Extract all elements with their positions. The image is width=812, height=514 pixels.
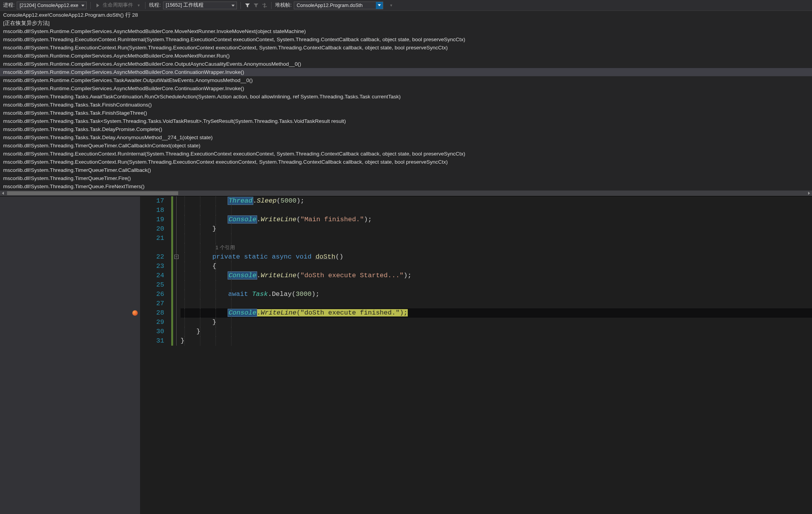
indent-guide	[184, 299, 185, 308]
indent-guide	[231, 280, 231, 290]
indent-guide	[200, 215, 200, 224]
callstack-row[interactable]: mscorlib.dll!System.Threading.ExecutionC…	[0, 44, 812, 52]
code-line[interactable]	[181, 234, 812, 243]
callstack-row[interactable]: mscorlib.dll!System.Threading.TimerQueue…	[0, 174, 812, 182]
code-line[interactable]: {	[181, 262, 812, 271]
caret-down-icon[interactable]: ▼	[388, 2, 394, 9]
callstack-row[interactable]: mscorlib.dll!System.Runtime.CompilerServ…	[0, 84, 812, 93]
codelens-label[interactable]: 1 个引用	[181, 245, 235, 250]
callstack-row[interactable]: ConsoleApp12.exe!ConsoleApp12.Program.do…	[0, 11, 812, 19]
callstack-row[interactable]: mscorlib.dll!System.Threading.ExecutionC…	[0, 150, 812, 158]
separator	[271, 2, 272, 9]
code-line[interactable]	[181, 206, 812, 215]
line-number: 21	[140, 234, 164, 243]
code-editor[interactable]: 171819202122232425262728293031 Thread.Sl…	[0, 196, 812, 514]
code-line[interactable]	[181, 280, 812, 290]
swap-frame-icon[interactable]	[261, 2, 268, 9]
line-number-gutter: 171819202122232425262728293031	[140, 196, 171, 514]
indent-guide	[231, 196, 231, 206]
callstack-row[interactable]: mscorlib.dll!System.Threading.ExecutionC…	[0, 158, 812, 166]
indent-guide	[200, 271, 200, 280]
line-number: 25	[140, 280, 164, 290]
callstack-row[interactable]: mscorlib.dll!System.Threading.ExecutionC…	[0, 35, 812, 44]
scroll-thumb[interactable]	[7, 191, 178, 195]
callstack-row[interactable]: mscorlib.dll!System.Runtime.CompilerServ…	[0, 68, 812, 76]
lifecycle-icon[interactable]	[94, 2, 100, 9]
callstack-row[interactable]: [正在恢复异步方法]	[0, 19, 812, 27]
horizontal-scrollbar[interactable]	[0, 191, 812, 196]
callstack-row[interactable]: mscorlib.dll!System.Threading.Tasks.Task…	[0, 117, 812, 125]
code-line[interactable]: await Task.Delay(3000);	[181, 290, 812, 299]
code-line[interactable]: private static async void doSth()	[181, 252, 812, 262]
indent-guide	[216, 299, 216, 308]
callstack-row[interactable]: mscorlib.dll!System.Threading.TimerQueue…	[0, 142, 812, 150]
indent-guide	[184, 196, 185, 206]
line-number: 22	[140, 252, 164, 262]
callstack-row[interactable]: mscorlib.dll!System.Runtime.CompilerServ…	[0, 52, 812, 60]
code-line[interactable]: }	[181, 224, 812, 234]
code-line[interactable]: Console.WriteLine("doSth execute finishe…	[181, 308, 812, 318]
callstack-row[interactable]: mscorlib.dll!System.Threading.Tasks.Task…	[0, 133, 812, 142]
callstack-row[interactable]: mscorlib.dll!System.Threading.TimerQueue…	[0, 182, 812, 191]
code-line[interactable]: }	[181, 327, 812, 336]
lifecycle-drop-icon[interactable]: ▼	[135, 2, 142, 9]
stackframe-label: 堆栈帧:	[275, 2, 291, 9]
callstack-row[interactable]: mscorlib.dll!System.Threading.Tasks.Task…	[0, 101, 812, 109]
stackframe-value: ConsoleApp12.Program.doSth	[296, 3, 363, 8]
line-number: 26	[140, 290, 164, 299]
callstack-rows: ConsoleApp12.exe!ConsoleApp12.Program.do…	[0, 11, 812, 191]
indent-guide	[200, 252, 200, 262]
indent-guide	[200, 206, 200, 215]
callstack-row[interactable]: mscorlib.dll!System.Threading.Tasks.Task…	[0, 109, 812, 117]
callstack-row[interactable]: mscorlib.dll!System.Runtime.CompilerServ…	[0, 60, 812, 68]
fold-gutter[interactable]	[174, 196, 181, 514]
indent-guide	[184, 290, 185, 299]
indent-guide	[216, 215, 216, 224]
indent-guide	[184, 280, 185, 290]
line-number	[140, 243, 164, 252]
indent-guide	[231, 206, 231, 215]
indent-guide	[216, 252, 216, 262]
indent-guide	[216, 271, 216, 280]
indent-guide	[184, 262, 185, 271]
code-line[interactable]: Thread.Sleep(5000);	[181, 196, 812, 206]
indent-guide	[231, 318, 231, 327]
separator	[145, 2, 146, 9]
debug-toolbar: 进程: [21204] ConsoleApp12.exe 生命周期事件 ▼ 线程…	[0, 0, 812, 11]
change-indicator	[171, 196, 173, 346]
thread-combo[interactable]: [15652] 工作线程	[163, 2, 237, 9]
indent-guide	[200, 262, 200, 271]
line-number: 24	[140, 271, 164, 280]
indent-guide	[216, 262, 216, 271]
breakpoint-icon[interactable]	[132, 310, 138, 316]
callstack-row[interactable]: mscorlib.dll!System.Runtime.CompilerServ…	[0, 27, 812, 35]
indent-guide	[231, 243, 231, 252]
callstack-row[interactable]: mscorlib.dll!System.Runtime.CompilerServ…	[0, 76, 812, 84]
indent-guide	[200, 290, 200, 299]
chevron-down-icon[interactable]	[376, 2, 383, 9]
code-line[interactable]: }	[181, 318, 812, 327]
process-combo[interactable]: [21204] ConsoleApp12.exe	[17, 2, 87, 9]
callstack-row[interactable]: mscorlib.dll!System.Threading.Tasks.Awai…	[0, 93, 812, 101]
indent-guide	[184, 215, 185, 224]
breakpoint-gutter[interactable]	[0, 196, 140, 514]
code-line[interactable]	[181, 299, 812, 308]
indent-guide	[184, 318, 185, 327]
indent-guide	[184, 206, 185, 215]
process-value: [21204] ConsoleApp12.exe	[19, 3, 78, 8]
code-content[interactable]: Thread.Sleep(5000); Console.WriteLine("M…	[181, 196, 812, 514]
scroll-left-icon[interactable]	[2, 192, 4, 195]
scroll-right-icon[interactable]	[808, 192, 810, 195]
code-line[interactable]: Console.WriteLine("doSth execute Started…	[181, 271, 812, 280]
callstack-row[interactable]: mscorlib.dll!System.Threading.TimerQueue…	[0, 166, 812, 174]
funnel-icon[interactable]	[244, 2, 251, 9]
indent-guide	[216, 206, 216, 215]
indent-guide	[184, 224, 185, 234]
indent-guide	[231, 224, 231, 234]
code-line[interactable]: 1 个引用	[181, 243, 812, 252]
callstack-row[interactable]: mscorlib.dll!System.Threading.Tasks.Task…	[0, 125, 812, 133]
stackframe-combo[interactable]: ConsoleApp12.Program.doSth	[294, 2, 383, 9]
code-line[interactable]: }	[181, 336, 812, 346]
funnel-clear-icon[interactable]	[253, 2, 259, 9]
code-line[interactable]: Console.WriteLine("Main finished.");	[181, 215, 812, 224]
